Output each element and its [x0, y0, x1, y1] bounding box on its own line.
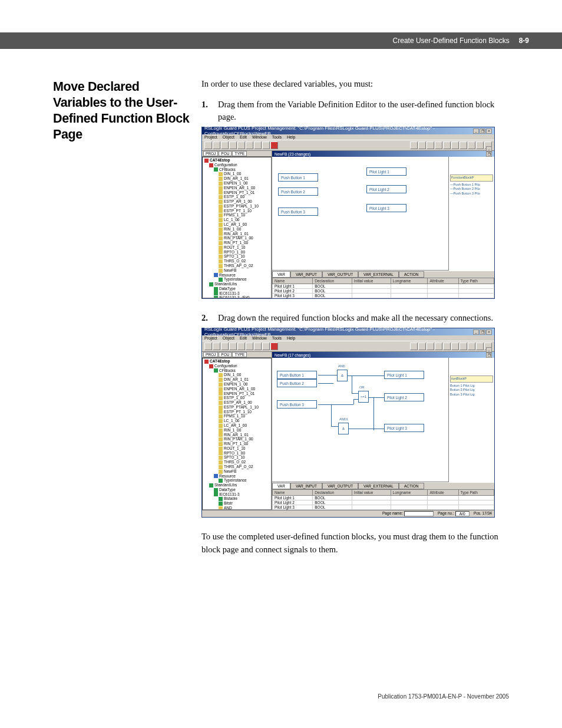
fb-push-button-2[interactable]: Push Button 2	[278, 187, 318, 196]
tree-item[interactable]: LC_AR_1_00	[203, 222, 270, 227]
tree-item[interactable]: SPTO_1_10	[203, 455, 270, 460]
fb-pilot-light-3[interactable]: Pilot Light 3	[384, 424, 424, 432]
menu-tools[interactable]: Tools	[272, 135, 282, 139]
toolbar-button[interactable]	[427, 342, 434, 350]
toolbar-button[interactable]	[237, 342, 245, 350]
var-tab-action[interactable]: ACTION	[399, 483, 424, 489]
toolbar-button[interactable]	[427, 141, 434, 149]
table-row[interactable]: Pilot Light 3BOOL	[273, 294, 494, 298]
tree-item[interactable]: RIN_1_00	[203, 428, 270, 433]
tree-item[interactable]: FPMS_1_10	[203, 213, 270, 218]
toolbar-button[interactable]	[443, 342, 451, 350]
project-tree[interactable]: CAT4EstopConfigurationCFBlocksDIN_1_00DI…	[202, 358, 272, 510]
tree-item[interactable]: DataType	[203, 286, 270, 291]
maximize-button[interactable]: ❐	[480, 129, 485, 134]
tree-item[interactable]: ESTP_1_00	[203, 195, 270, 199]
toolbar-button[interactable]	[270, 141, 278, 149]
toolbar-button[interactable]	[459, 342, 467, 350]
tree-item[interactable]: IEC61131-3_(Ext)	[203, 295, 270, 298]
tree-item[interactable]: RIN_1_00	[203, 227, 270, 232]
tree-item[interactable]: RIN_PT_1_00	[203, 241, 270, 245]
tree-item[interactable]: LC_1_00	[203, 419, 270, 423]
close-button[interactable]: ×	[486, 330, 492, 335]
toolbar-button[interactable]	[254, 342, 262, 350]
tree-item[interactable]: DIN_AR_1_01	[203, 377, 270, 382]
tree-tab-proj[interactable]: PROJ	[203, 151, 218, 156]
tree-item[interactable]: CFBlocks	[203, 167, 270, 172]
table-row[interactable]: Pilot Light 2BOOL	[273, 500, 494, 505]
toolbar-button[interactable]	[229, 342, 237, 350]
tree-item[interactable]: ESTP_PTAPL_1_10	[203, 204, 270, 209]
var-tab-input[interactable]: VAR_INPUT	[290, 271, 322, 278]
var-tab-external[interactable]: VAR_EXTERNAL	[358, 271, 399, 278]
toolbar-button[interactable]	[204, 141, 212, 149]
tree-tabs[interactable]: PROJPOUTYPE	[202, 352, 272, 358]
tree-item[interactable]: RPTO_1_00	[203, 250, 270, 255]
menu-object[interactable]: Object	[223, 336, 234, 340]
canvas-titlebar[interactable]: NewFB (23 changes) _ ❐ ×	[272, 151, 494, 157]
minimize-button[interactable]: _	[473, 330, 479, 335]
maximize-button[interactable]: ❐	[486, 151, 492, 157]
canvas-side-panel[interactable]: FunctionBlockP —Push Button 1 Pilo —Push…	[448, 157, 494, 271]
col-longname[interactable]: Longname	[391, 490, 428, 496]
tree-item[interactable]: DIN_1_00	[203, 172, 270, 176]
tree-item[interactable]: THRS_AP_O_02	[203, 465, 270, 469]
tree-item[interactable]: CAT4Estop	[203, 158, 270, 163]
toolbar-button[interactable]	[468, 342, 475, 350]
window-titlebar[interactable]: RSLogix Guard PLUS Project Management: "…	[202, 127, 494, 134]
maximize-button[interactable]: ❐	[480, 330, 485, 335]
fb-canvas[interactable]: Push Button 1 Push Button 2 Push Button …	[272, 157, 448, 271]
tree-item[interactable]: RIN_PTAR_1_00	[203, 437, 270, 442]
tree-item[interactable]: ESTP_1_00	[203, 396, 270, 400]
tree-item[interactable]: LC_AR_1_00	[203, 423, 270, 428]
tree-item[interactable]: FPMS_1_10	[203, 414, 270, 419]
toolbar-button[interactable]	[262, 342, 270, 350]
minimize-button[interactable]: _	[486, 146, 492, 151]
tree-item[interactable]: THRS_O_02	[203, 259, 270, 263]
tree-item[interactable]: ENPEN_1_00	[203, 181, 270, 186]
fb-pilot-light-2[interactable]: Pilot Light 2	[384, 393, 424, 401]
window-titlebar[interactable]: RSLogix Guard PLUS Project Management: "…	[202, 328, 494, 335]
tree-item[interactable]: ENPEN_PT_1_01	[203, 391, 270, 396]
menu-project[interactable]: Project	[204, 135, 217, 139]
col-initial[interactable]: Initial value	[352, 278, 391, 284]
table-row[interactable]: Pilot Light 1BOOL	[273, 284, 494, 289]
fb-canvas[interactable]: Push Button 1 Push Button 2 Push Button …	[272, 358, 448, 482]
tree-item[interactable]: ROUT_1_10	[203, 446, 270, 451]
tree-item[interactable]: ESTP_AR_1_00	[203, 400, 270, 405]
canvas-side-panel[interactable]: tionBlockP Button 1 Pilot Lig Button 2 P…	[448, 358, 494, 482]
tree-item[interactable]: DIN_AR_1_01	[203, 176, 270, 181]
fb-pilot-light-1[interactable]: Pilot Light 1	[384, 371, 424, 379]
toolbar-button[interactable]	[204, 342, 212, 350]
tree-tab-pou[interactable]: POU	[219, 352, 232, 357]
toolbar-button[interactable]	[213, 342, 220, 350]
tree-tab-type[interactable]: TYPE	[232, 151, 247, 156]
menu-object[interactable]: Object	[223, 135, 234, 139]
tree-item[interactable]: ROUT_1_10	[203, 245, 270, 250]
variable-table[interactable]: Name Declaration Initial value Longname …	[272, 278, 494, 298]
tree-item[interactable]: THRS_O_02	[203, 460, 270, 465]
tree-item[interactable]: RPTO_1_00	[203, 451, 270, 456]
var-tab-output[interactable]: VAR_OUTPUT	[322, 271, 358, 278]
col-initial[interactable]: Initial value	[352, 490, 391, 496]
fb-push-button-3[interactable]: Push Button 3	[277, 400, 317, 409]
menu-edit[interactable]: Edit	[240, 336, 247, 340]
toolbar-button[interactable]	[459, 141, 467, 149]
col-typepath[interactable]: Type Path	[458, 278, 494, 284]
gate-or[interactable]: >=1	[358, 391, 369, 403]
tree-item[interactable]: RIN_AR_1_01	[203, 433, 270, 437]
variable-tabs[interactable]: VAR VAR_INPUT VAR_OUTPUT VAR_EXTERNAL AC…	[272, 271, 494, 278]
toolbar-button[interactable]	[221, 342, 229, 350]
tree-item[interactable]: NewFB	[203, 469, 270, 474]
gate-and1[interactable]: &	[338, 423, 349, 434]
tree-item[interactable]: ENPEN_1_00	[203, 382, 270, 387]
tree-tab-proj[interactable]: PROJ	[203, 352, 218, 357]
tree-item[interactable]: Configuration	[203, 163, 270, 167]
tree-item[interactable]: CAT4Estop	[203, 359, 270, 364]
toolbar-button[interactable]	[468, 141, 475, 149]
tree-tabs[interactable]: PROJPOUTYPE	[202, 151, 272, 157]
minimize-button[interactable]: _	[486, 347, 492, 353]
toolbar-button[interactable]	[418, 342, 426, 350]
tree-item[interactable]: Resource	[203, 474, 270, 479]
minimize-button[interactable]: _	[473, 129, 479, 134]
